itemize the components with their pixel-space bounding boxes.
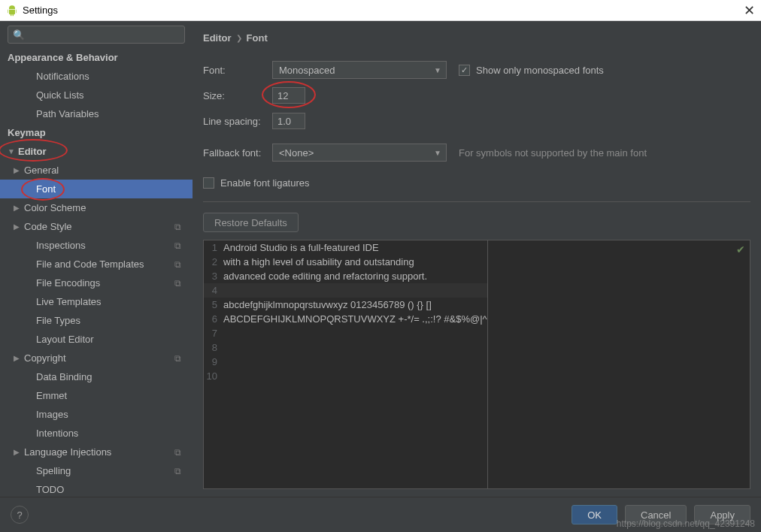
sidebar-item-label: Path Variables — [36, 108, 193, 119]
size-row: Size: — [203, 83, 750, 108]
copy-icon: ⧉ — [174, 259, 193, 270]
sidebar-item-live-templates[interactable]: Live Templates — [0, 292, 193, 311]
fallback-hint: For symbols not supported by the main fo… — [459, 147, 647, 159]
copy-icon: ⧉ — [174, 447, 193, 458]
sidebar-item-label: Data Binding — [36, 371, 193, 382]
line-text: advanced code editing and refactoring su… — [223, 271, 427, 282]
sidebar-item-language-injections[interactable]: ▶Language Injections⧉ — [0, 443, 193, 461]
breadcrumb: Editor ❯ Font — [203, 29, 750, 47]
font-select[interactable]: Monospaced ▼ — [272, 61, 447, 79]
sidebar-item-editor[interactable]: ▼Editor — [0, 142, 193, 161]
font-row: Font: Monospaced ▼ ✓ Show only monospace… — [203, 57, 750, 83]
line-number: 7 — [204, 328, 223, 339]
sidebar-item-quick-lists[interactable]: Quick Lists — [0, 86, 193, 104]
help-button[interactable]: ? — [11, 506, 29, 524]
sidebar-item-notifications[interactable]: Notifications — [0, 67, 193, 86]
sidebar-item-appearance-behavior[interactable]: Appearance & Behavior — [0, 48, 193, 67]
sidebar-item-inspections[interactable]: Inspections⧉ — [0, 236, 193, 255]
show-mono-row: ✓ Show only monospaced fonts — [459, 65, 604, 76]
arrow-icon: ▶ — [14, 166, 24, 174]
sidebar-item-label: Notifications — [36, 71, 193, 82]
copy-icon: ⧉ — [174, 466, 193, 476]
ok-button[interactable]: OK — [572, 505, 617, 524]
sidebar-item-label: General — [24, 165, 193, 176]
line-number: 9 — [204, 356, 223, 367]
content-panel: Editor ❯ Font Font: Monospaced ▼ ✓ Show … — [193, 21, 761, 497]
preview-line: 7 — [204, 326, 487, 340]
sidebar-item-layout-editor[interactable]: Layout Editor — [0, 330, 193, 349]
sidebar-item-emmet[interactable]: Emmet — [0, 386, 193, 405]
line-number: 8 — [204, 342, 223, 353]
size-input[interactable] — [272, 87, 305, 104]
sidebar-item-intentions[interactable]: Intentions — [0, 424, 193, 443]
sidebar-item-copyright[interactable]: ▶Copyright⧉ — [0, 349, 193, 367]
chevron-right-icon: ❯ — [236, 34, 242, 42]
apply-button[interactable]: Apply — [694, 505, 750, 524]
arrow-icon: ▶ — [14, 204, 24, 212]
sidebar-item-todo[interactable]: TODO — [0, 480, 193, 497]
sidebar-item-label: Code Style — [24, 221, 174, 232]
sidebar-item-label: TODO — [36, 484, 193, 495]
sidebar-item-label: File and Code Templates — [36, 258, 174, 270]
line-number: 10 — [204, 370, 223, 382]
sidebar-item-path-variables[interactable]: Path Variables — [0, 104, 193, 123]
spacing-label: Line spacing: — [203, 116, 272, 127]
body-area: 🔍 Appearance & BehaviorNotificationsQuic… — [0, 21, 761, 497]
cancel-button[interactable]: Cancel — [625, 505, 687, 524]
sidebar-item-spelling[interactable]: Spelling⧉ — [0, 461, 193, 480]
line-number: 5 — [204, 299, 223, 310]
sidebar-item-data-binding[interactable]: Data Binding — [0, 367, 193, 386]
sidebar-item-label: Emmet — [36, 390, 193, 401]
search-input[interactable]: 🔍 — [8, 26, 185, 44]
ligatures-checkbox[interactable] — [203, 177, 214, 189]
sidebar-item-label: Font — [36, 183, 193, 195]
restore-defaults-button[interactable]: Restore Defaults — [203, 213, 299, 232]
chevron-down-icon: ▼ — [434, 66, 441, 74]
line-number: 3 — [204, 271, 223, 282]
show-mono-checkbox[interactable]: ✓ — [459, 65, 470, 76]
sidebar-item-file-encodings[interactable]: File Encodings⧉ — [0, 274, 193, 292]
sidebar-item-images[interactable]: Images — [0, 405, 193, 424]
sidebar-item-label: Intentions — [36, 428, 193, 439]
search-row: 🔍 — [0, 21, 193, 48]
show-mono-label[interactable]: Show only monospaced fonts — [476, 65, 604, 76]
breadcrumb-root[interactable]: Editor — [203, 32, 232, 44]
line-number: 6 — [204, 313, 223, 325]
ligature-row: Enable font ligatures — [203, 170, 750, 195]
breadcrumb-leaf: Font — [247, 32, 268, 44]
sidebar-item-file-and-code-templates[interactable]: File and Code Templates⧉ — [0, 255, 193, 274]
copy-icon: ⧉ — [174, 222, 193, 232]
sidebar-item-font[interactable]: Font — [0, 180, 193, 198]
sidebar-item-label: File Types — [36, 315, 193, 326]
window-title: Settings — [23, 5, 58, 16]
check-icon: ✔ — [736, 243, 745, 255]
sidebar-item-keymap[interactable]: Keymap — [0, 123, 193, 142]
sidebar: 🔍 Appearance & BehaviorNotificationsQuic… — [0, 21, 193, 497]
spacing-input[interactable] — [272, 113, 305, 129]
preview-pane: 1Android Studio is a full-featured IDE2w… — [203, 240, 750, 489]
sidebar-item-code-style[interactable]: ▶Code Style⧉ — [0, 217, 193, 236]
divider — [203, 201, 750, 202]
preview-editor[interactable]: 1Android Studio is a full-featured IDE2w… — [204, 240, 488, 488]
sidebar-item-label: Editor — [18, 146, 193, 157]
font-label: Font: — [203, 65, 272, 76]
preview-line: 8 — [204, 340, 487, 355]
sidebar-item-general[interactable]: ▶General — [0, 161, 193, 180]
settings-tree[interactable]: Appearance & BehaviorNotificationsQuick … — [0, 48, 193, 497]
ligatures-label[interactable]: Enable font ligatures — [220, 177, 310, 189]
preview-right: ✔ — [488, 240, 750, 488]
close-icon[interactable]: ✕ — [744, 2, 755, 19]
font-value: Monospaced — [279, 65, 335, 76]
search-icon: 🔍 — [13, 29, 25, 41]
sidebar-item-file-types[interactable]: File Types — [0, 311, 193, 330]
preview-line: 10 — [204, 369, 487, 383]
sidebar-item-color-scheme[interactable]: ▶Color Scheme — [0, 198, 193, 217]
sidebar-item-label: Keymap — [8, 127, 193, 138]
fallback-select[interactable]: <None> ▼ — [272, 144, 447, 162]
preview-line: 2with a high level of usability and outs… — [204, 255, 487, 269]
preview-line: 9 — [204, 355, 487, 369]
sidebar-item-label: Copyright — [24, 352, 174, 364]
line-text: with a high level of usability and outst… — [223, 256, 414, 268]
copy-icon: ⧉ — [174, 278, 193, 289]
sidebar-item-label: Images — [36, 409, 193, 420]
